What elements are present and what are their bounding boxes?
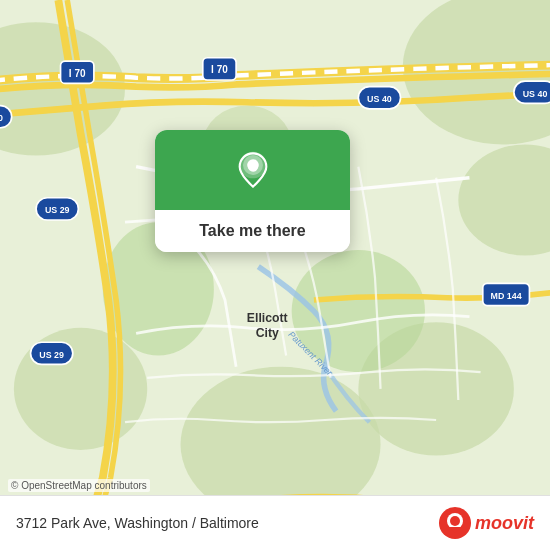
svg-point-36 [248, 162, 258, 172]
svg-point-39 [450, 516, 460, 526]
location-pin-icon [233, 150, 273, 190]
moovit-brand-text: moovit [475, 513, 534, 534]
svg-text:MD 144: MD 144 [491, 291, 522, 301]
map-background: I 70 I 70 US 40 US 40 US 40 US 29 US 29 … [0, 0, 550, 550]
svg-text:US 40: US 40 [0, 113, 3, 123]
svg-text:US 40: US 40 [523, 89, 548, 99]
svg-text:US 29: US 29 [39, 350, 64, 360]
svg-text:US 40: US 40 [367, 94, 392, 104]
moovit-logo[interactable]: moovit [439, 507, 534, 539]
take-me-there-button[interactable]: Take me there [155, 210, 350, 252]
svg-text:Ellicott: Ellicott [247, 311, 288, 325]
copyright-text: © OpenStreetMap contributors [8, 479, 150, 492]
popup-header [155, 130, 350, 210]
moovit-icon [439, 507, 471, 539]
svg-text:I 70: I 70 [69, 68, 86, 79]
popup-card: Take me there [155, 130, 350, 252]
bottom-bar: 3712 Park Ave, Washington / Baltimore mo… [0, 495, 550, 550]
svg-text:US 29: US 29 [45, 205, 70, 215]
svg-text:I 70: I 70 [211, 64, 228, 75]
address-text: 3712 Park Ave, Washington / Baltimore [16, 515, 259, 531]
map-container: I 70 I 70 US 40 US 40 US 40 US 29 US 29 … [0, 0, 550, 550]
svg-text:City: City [256, 326, 279, 340]
